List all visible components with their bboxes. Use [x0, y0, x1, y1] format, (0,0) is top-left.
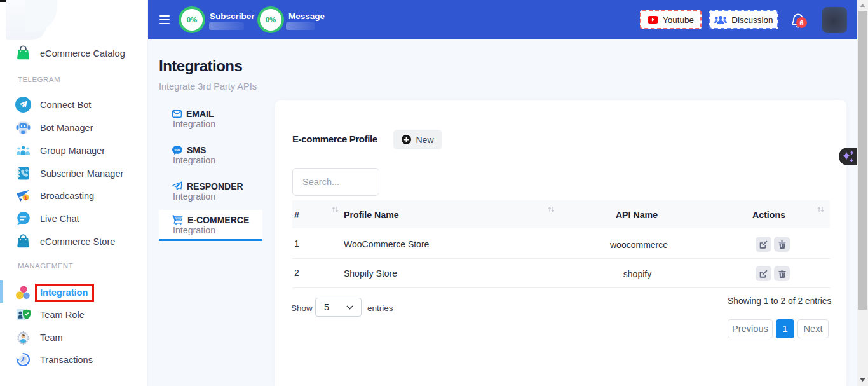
svg-text:SMS: SMS: [174, 148, 180, 151]
svg-text:1: 1: [24, 195, 27, 201]
